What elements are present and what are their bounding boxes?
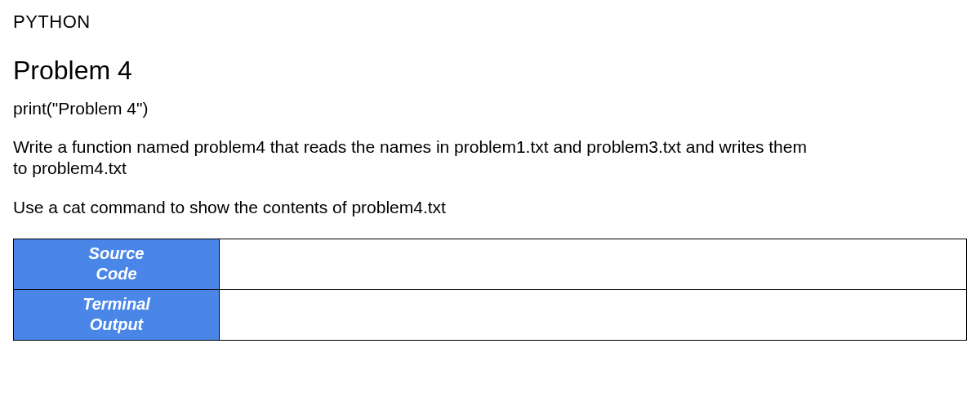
row-label-text: SourceCode [89,244,145,283]
problem-description: Write a function named problem4 that rea… [13,136,813,180]
source-code-cell[interactable] [220,239,967,289]
answer-table: SourceCode TerminalOutput [13,239,967,341]
terminal-output-label: TerminalOutput [14,289,220,340]
problem-instruction: Use a cat command to show the contents o… [13,198,967,217]
table-row: SourceCode [14,239,967,289]
problem-title: Problem 4 [13,56,967,86]
language-label: PYTHON [13,11,967,33]
code-line: print("Problem 4") [13,99,967,118]
source-code-label: SourceCode [14,239,220,289]
row-label-text: TerminalOutput [82,295,150,333]
terminal-output-cell[interactable] [220,289,967,340]
table-row: TerminalOutput [14,289,967,340]
